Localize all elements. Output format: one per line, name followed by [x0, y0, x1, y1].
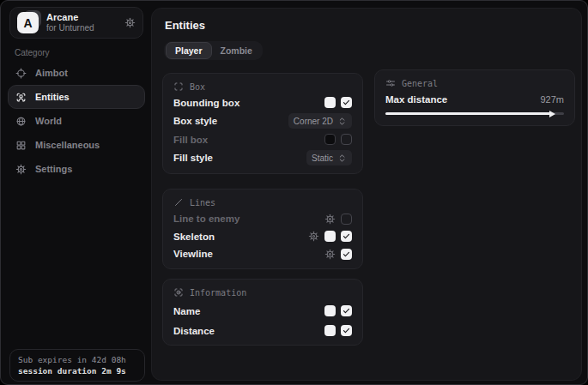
sidebar-item-label: Settings — [35, 164, 72, 174]
diagonal-line-icon — [173, 197, 184, 208]
brand-text: Arcane for Unturned — [46, 12, 124, 33]
row-fill-box: Fill box — [173, 133, 352, 146]
row-label: Box style — [173, 116, 217, 126]
logo-letter: A — [17, 12, 39, 33]
gear-icon[interactable] — [308, 231, 319, 242]
gear-icon — [324, 249, 336, 260]
checkbox-distance[interactable] — [341, 325, 352, 336]
row-label: Distance — [173, 326, 215, 336]
gear-icon — [15, 164, 27, 175]
row-label: Line to enemy — [173, 214, 239, 224]
chevrons-up-down-icon — [337, 153, 347, 163]
select-value: Static — [312, 153, 333, 163]
app-logo: A — [17, 12, 39, 33]
card-general: GeneralMax distance927m — [374, 69, 575, 126]
check-icon — [342, 327, 350, 334]
gear-icon[interactable] — [324, 249, 336, 260]
row-value-max-distance: 927m — [540, 94, 564, 105]
card-header-general: General — [385, 78, 564, 88]
row-controls — [324, 134, 352, 145]
row-fill-style: Fill styleStatic — [173, 150, 352, 165]
slider-fill — [385, 112, 551, 115]
sidebar-item-label: Miscellaneous — [35, 140, 100, 150]
color-swatch-name[interactable] — [324, 305, 336, 316]
row-bounding-box: Bounding box — [173, 96, 352, 109]
card-header-box: Box — [173, 81, 352, 92]
gear-icon — [308, 231, 319, 242]
color-swatch-distance[interactable] — [324, 325, 336, 336]
gear-icon — [124, 17, 136, 28]
gear-icon — [324, 214, 336, 225]
globe-icon — [15, 116, 27, 127]
slider-thumb[interactable] — [549, 111, 555, 117]
sidebar: A Arcane for Unturned Category AimbotEnt… — [1, 1, 151, 384]
check-icon — [342, 307, 350, 315]
card-information: InformationNameDistance — [162, 279, 363, 346]
brand-subtitle: for Unturned — [46, 23, 124, 33]
row-controls — [324, 305, 352, 316]
sidebar-item-entities[interactable]: Entities — [8, 85, 145, 109]
check-icon — [342, 250, 350, 258]
card-lines: LinesLine to enemySkeletonViewline — [162, 189, 363, 269]
row-controls: 927m — [540, 94, 564, 105]
sidebar-item-world[interactable]: World — [8, 109, 145, 133]
gear-icon[interactable] — [324, 214, 336, 225]
sidebar-item-miscellaneous[interactable]: Miscellaneous — [8, 133, 145, 157]
row-label: Fill style — [173, 153, 213, 163]
check-icon — [342, 99, 350, 106]
session-duration-text: session duration 2m 9s — [18, 366, 136, 376]
select-box-style[interactable]: Corner 2D — [288, 113, 352, 129]
row-label: Viewline — [173, 249, 213, 259]
subscription-status: Sub expires in 42d 08h session duration … — [9, 349, 145, 382]
row-line-to-enemy: Line to enemy — [173, 213, 352, 226]
row-max-distance: Max distance927m — [385, 93, 564, 105]
page-title: Entities — [165, 19, 205, 32]
slider-max-distance[interactable] — [385, 110, 564, 117]
tab-zombie[interactable]: Zombie — [212, 43, 261, 58]
scan-info-icon — [173, 287, 184, 298]
row-label: Fill box — [173, 135, 208, 145]
sliders-icon — [385, 78, 396, 88]
row-controls — [324, 325, 352, 336]
sidebar-nav: AimbotEntitiesWorldMiscellaneousSettings — [8, 61, 145, 181]
tab-player[interactable]: Player — [166, 42, 212, 59]
gear-icon[interactable] — [124, 17, 136, 28]
brand-card: A Arcane for Unturned — [9, 7, 143, 39]
row-label: Max distance — [385, 94, 447, 105]
checkbox-skeleton[interactable] — [341, 231, 352, 242]
checkbox-line-to-enemy[interactable] — [341, 214, 352, 225]
main-panel: Entities PlayerZombie BoxBounding boxBox… — [151, 8, 582, 381]
row-label: Skeleton — [173, 232, 215, 242]
select-value: Corner 2D — [294, 117, 333, 126]
row-label: Bounding box — [173, 98, 239, 108]
check-icon — [342, 232, 350, 240]
checkbox-fill-box[interactable] — [341, 134, 352, 145]
corner-brackets-icon — [173, 81, 184, 92]
row-controls — [324, 97, 352, 108]
sidebar-item-label: Entities — [35, 92, 70, 102]
card-title: Information — [190, 288, 246, 298]
sub-expires-text: Sub expires in 42d 08h — [18, 355, 136, 364]
row-viewline: Viewline — [173, 248, 352, 261]
checkbox-viewline[interactable] — [341, 249, 352, 260]
color-swatch-skeleton[interactable] — [324, 231, 336, 242]
select-fill-style[interactable]: Static — [306, 150, 352, 165]
checkbox-bounding-box[interactable] — [341, 97, 352, 108]
row-label: Name — [173, 306, 200, 316]
sidebar-item-label: Aimbot — [35, 68, 68, 78]
card-header-information: Information — [173, 287, 352, 298]
sidebar-item-aimbot[interactable]: Aimbot — [8, 61, 145, 85]
color-swatch-fill-box[interactable] — [324, 134, 336, 145]
entity-scan-icon — [15, 92, 27, 103]
color-swatch-bounding-box[interactable] — [324, 97, 336, 108]
row-controls — [324, 249, 352, 260]
card-title: Box — [190, 82, 205, 92]
row-skeleton: Skeleton — [173, 230, 352, 243]
card-title: General — [402, 79, 438, 88]
tab-bar: PlayerZombie — [164, 41, 263, 60]
brand-title: Arcane — [46, 12, 124, 23]
sidebar-item-settings[interactable]: Settings — [8, 157, 145, 181]
checkbox-name[interactable] — [341, 305, 352, 316]
row-box-style: Box styleCorner 2D — [173, 113, 352, 129]
grid-icon — [15, 140, 27, 151]
